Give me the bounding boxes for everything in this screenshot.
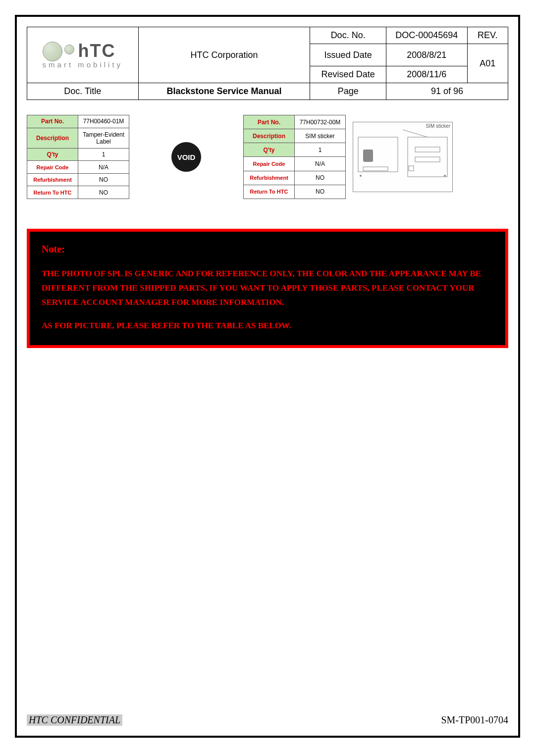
globe-icon: [43, 42, 62, 61]
part2-refurb: NO: [295, 171, 346, 185]
doctitle-value: Blackstone Service Manual: [138, 83, 310, 100]
part1-partno-label: Part No.: [27, 115, 78, 128]
part2-repair-label: Repair Code: [244, 157, 295, 171]
company-name: HTC Corporation: [138, 27, 310, 83]
note-body-2: AS FOR PICTURE, PLEASE REFER TO THE TABL…: [42, 319, 493, 333]
svg-line-3: [403, 130, 428, 137]
part2-return-label: Return To HTC: [244, 185, 295, 199]
issued-label: Issued Date: [310, 44, 386, 66]
part2-repair: N/A: [295, 157, 346, 171]
page-value: 91 of 96: [386, 83, 508, 100]
part1-refurb: NO: [78, 173, 129, 186]
logo-text: hTC: [78, 41, 116, 61]
part1-return: NO: [78, 186, 129, 199]
svg-point-9: [444, 175, 446, 177]
part-table-1: Part No.77H00460-01M DescriptionTamper-E…: [27, 115, 129, 199]
revised-value: 2008/11/6: [386, 66, 467, 83]
part2-refurb-label: Refurbishment: [244, 171, 295, 185]
svg-point-8: [360, 175, 362, 177]
logo-cell: hTC smart mobility: [27, 27, 139, 83]
sim-diagram-svg: [353, 122, 452, 192]
revised-label: Revised Date: [310, 66, 386, 83]
part2-qty: 1: [295, 143, 346, 157]
part1-desc: Tamper-Evident Label: [78, 128, 129, 148]
svg-rect-2: [363, 167, 388, 171]
doctitle-label: Doc. Title: [27, 83, 139, 100]
part2-image: SIM sticker: [351, 115, 455, 199]
part2-partno-label: Part No.: [244, 115, 295, 129]
note-title: Note:: [42, 244, 493, 255]
svg-rect-1: [363, 150, 373, 162]
sim-sticker-diagram: SIM sticker: [353, 122, 453, 192]
part2-qty-label: Q'ty: [244, 143, 295, 157]
part1-partno: 77H00460-01M: [78, 115, 129, 128]
part1-repair-label: Repair Code: [27, 161, 78, 174]
part1-return-label: Return To HTC: [27, 186, 78, 199]
rev-value: A01: [467, 44, 508, 83]
part2-return: NO: [295, 185, 346, 199]
header-table: hTC smart mobility HTC Corporation Doc. …: [27, 27, 508, 100]
sim-diagram-label: SIM sticker: [426, 123, 450, 129]
parts-row: Part No.77H00460-01M DescriptionTamper-E…: [27, 115, 508, 199]
page-label: Page: [310, 83, 386, 100]
rev-label: REV.: [467, 27, 508, 44]
svg-rect-7: [409, 166, 414, 171]
note-box: Note: THE PHOTO OF SPL IS GENERIC AND FO…: [27, 229, 508, 348]
part-table-2: Part No.77H00732-00M DescriptionSIM stic…: [243, 115, 346, 199]
part2-desc: SIM sticker: [295, 129, 346, 143]
confidential-label: HTC CONFIDENTIAL: [27, 714, 122, 726]
footer: HTC CONFIDENTIAL SM-TP001-0704: [27, 714, 508, 726]
svg-rect-5: [415, 147, 440, 152]
part2-partno: 77H00732-00M: [295, 115, 346, 129]
doc-reference: SM-TP001-0704: [441, 714, 508, 726]
globe-small-icon: [64, 45, 74, 54]
logo-tagline: smart mobility: [43, 60, 123, 69]
svg-rect-6: [415, 157, 440, 162]
part1-desc-label: Description: [27, 128, 78, 148]
void-label-icon: VOID: [171, 142, 201, 172]
part1-qty: 1: [78, 148, 129, 161]
part1-repair: N/A: [78, 161, 129, 174]
note-body-1: THE PHOTO OF SPL IS GENERIC AND FOR REFE…: [42, 267, 493, 310]
part1-qty-label: Q'ty: [27, 148, 78, 161]
htc-logo: hTC smart mobility: [43, 41, 123, 69]
docno-value: DOC-00045694: [386, 27, 467, 44]
issued-value: 2008/8/21: [386, 44, 467, 66]
part2-desc-label: Description: [244, 129, 295, 143]
document-page: hTC smart mobility HTC Corporation Doc. …: [15, 15, 520, 738]
docno-label: Doc. No.: [310, 27, 386, 44]
part1-refurb-label: Refurbishment: [27, 173, 78, 186]
part1-image: VOID: [134, 115, 238, 199]
